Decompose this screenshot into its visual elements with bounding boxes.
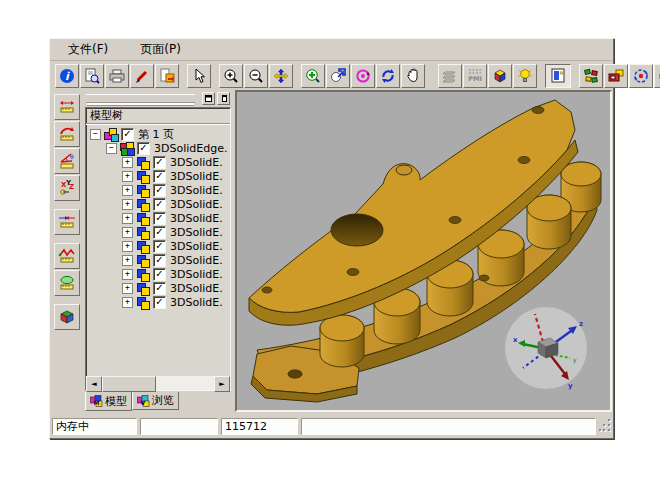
pan-button[interactable]	[269, 64, 293, 88]
update-model-button[interactable]	[629, 64, 653, 88]
expand-toggle-icon[interactable]: +	[122, 269, 133, 280]
visibility-checkbox[interactable]: ✓	[153, 184, 166, 197]
refresh-view-button[interactable]	[376, 64, 400, 88]
visibility-checkbox[interactable]: ✓	[153, 226, 166, 239]
zoom-orbit-button[interactable]	[326, 64, 350, 88]
tree-label[interactable]: 3DSolidE.	[170, 226, 223, 239]
measure-curve-button[interactable]	[54, 121, 80, 147]
tree-row-page[interactable]: − ✓ 第 1 页	[86, 127, 230, 141]
tree-label[interactable]: 3DSolidE.	[170, 156, 223, 169]
tree-row-part[interactable]: + ✓ 3DSolidE.	[86, 225, 230, 239]
tree-label[interactable]: 3DSolidE.	[170, 240, 223, 253]
visibility-checkbox[interactable]: ✓	[153, 268, 166, 281]
tree-row-part[interactable]: + ✓ 3DSolidE.	[86, 155, 230, 169]
light-button[interactable]	[513, 64, 537, 88]
dock-hide-button[interactable]	[217, 92, 230, 105]
visibility-checkbox[interactable]: ✓	[153, 282, 166, 295]
measure-distance-button[interactable]	[54, 94, 80, 120]
visibility-checkbox[interactable]: ✓	[153, 170, 166, 183]
menu-page[interactable]: 页面(P)	[137, 40, 184, 59]
tree-label[interactable]: 3DSolidE.	[170, 212, 223, 225]
tree-label[interactable]: 第 1 页	[138, 127, 174, 142]
solid-view-button[interactable]	[654, 64, 660, 88]
dock-header[interactable]	[86, 92, 230, 105]
expand-toggle-icon[interactable]: +	[122, 171, 133, 182]
menu-file[interactable]: 文件(F)	[65, 40, 111, 59]
tree-row-part[interactable]: + ✓ 3DSolidE.	[86, 295, 230, 309]
redline-button[interactable]	[130, 64, 154, 88]
measure-volume-button[interactable]	[54, 304, 80, 330]
model-browser-button[interactable]	[545, 64, 571, 88]
output-device-button[interactable]	[604, 64, 628, 88]
export-button[interactable]	[155, 64, 179, 88]
zoom-out-button[interactable]	[244, 64, 268, 88]
expand-toggle-icon[interactable]: +	[122, 241, 133, 252]
tree-label[interactable]: 3DSolidE.	[170, 296, 223, 309]
tree-row-part[interactable]: + ✓ 3DSolidE.	[86, 281, 230, 295]
dock-drag-handle[interactable]	[86, 94, 195, 103]
tree-row-part[interactable]: + ✓ 3DSolidE.	[86, 253, 230, 267]
tree-row-part[interactable]: + ✓ 3DSolidE.	[86, 239, 230, 253]
status-bytes: 115712 Bytes	[221, 418, 298, 435]
select-button[interactable]	[187, 64, 211, 88]
tree-row-part[interactable]: + ✓ 3DSolidE.	[86, 267, 230, 281]
measure-polyline-button[interactable]	[54, 243, 80, 269]
visibility-checkbox[interactable]: ✓	[153, 254, 166, 267]
dock-float-button[interactable]	[202, 92, 215, 105]
expand-toggle-icon[interactable]: +	[122, 255, 133, 266]
tree-label[interactable]: 3DSolidE.	[170, 184, 223, 197]
collapse-toggle-icon[interactable]: −	[106, 143, 117, 154]
hand-pan-button[interactable]	[401, 64, 425, 88]
expand-toggle-icon[interactable]: +	[122, 185, 133, 196]
expand-toggle-icon[interactable]: +	[122, 199, 133, 210]
tree-row-part[interactable]: + ✓ 3DSolidE.	[86, 211, 230, 225]
tree-label[interactable]: 3DSolidE.	[170, 268, 223, 281]
visibility-checkbox[interactable]: ✓	[153, 212, 166, 225]
scroll-thumb[interactable]	[102, 376, 156, 392]
visibility-checkbox[interactable]: ✓	[153, 240, 166, 253]
tree-horizontal-scrollbar[interactable]: ◄ ►	[86, 376, 230, 390]
visibility-checkbox[interactable]: ✓	[121, 128, 134, 141]
zoom-in-button[interactable]	[219, 64, 243, 88]
measure-gap-button[interactable]	[54, 209, 80, 235]
tree-row-part[interactable]: + ✓ 3DSolidE.	[86, 183, 230, 197]
nav-axes-widget: z x y y	[505, 307, 587, 390]
measure-area-button[interactable]	[54, 270, 80, 296]
collapse-toggle-icon[interactable]: −	[90, 129, 101, 140]
visibility-checkbox[interactable]: ✓	[137, 142, 150, 155]
expand-toggle-icon[interactable]: +	[122, 283, 133, 294]
resize-grip[interactable]	[599, 419, 611, 433]
expand-toggle-icon[interactable]: +	[122, 157, 133, 168]
tree-row-assembly[interactable]: − ✓ 3DSolidEdge.	[86, 141, 230, 155]
tab-model[interactable]: M 模型	[85, 392, 132, 411]
assembly-tree-button[interactable]	[579, 64, 603, 88]
measure-angle-button[interactable]: θ	[54, 148, 80, 174]
view-3d-button[interactable]	[488, 64, 512, 88]
zoom-window-button[interactable]	[301, 64, 325, 88]
tree-label[interactable]: 3DSolidE.	[170, 282, 223, 295]
print-preview-button[interactable]	[80, 64, 104, 88]
visibility-checkbox[interactable]: ✓	[153, 296, 166, 309]
tree-row-part[interactable]: + ✓ 3DSolidE.	[86, 197, 230, 211]
tree-label[interactable]: 3DSolidE.	[170, 170, 223, 183]
scroll-track[interactable]	[156, 376, 214, 390]
measure-coordinate-button[interactable]: XYZ	[54, 175, 80, 201]
scroll-right-button[interactable]: ►	[214, 376, 230, 392]
visibility-checkbox[interactable]: ✓	[153, 198, 166, 211]
info-button[interactable]: i	[55, 64, 79, 88]
tree-label[interactable]: 3DSolidE.	[170, 254, 223, 267]
layers-button[interactable]	[438, 64, 462, 88]
expand-toggle-icon[interactable]: +	[122, 213, 133, 224]
expand-toggle-icon[interactable]: +	[122, 227, 133, 238]
expand-toggle-icon[interactable]: +	[122, 297, 133, 308]
visibility-checkbox[interactable]: ✓	[153, 156, 166, 169]
print-button[interactable]	[105, 64, 129, 88]
tree-label[interactable]: 3DSolidEdge.	[154, 142, 227, 155]
viewport-3d[interactable]: z x y y	[235, 90, 612, 412]
scroll-left-button[interactable]: ◄	[86, 376, 102, 392]
tree-row-part[interactable]: + ✓ 3DSolidE.	[86, 169, 230, 183]
tree-label[interactable]: 3DSolidE.	[170, 198, 223, 211]
rotate-view-button[interactable]	[351, 64, 375, 88]
tab-browse[interactable]: V 浏览	[132, 392, 179, 410]
pmi-button[interactable]: PMI	[463, 64, 487, 88]
